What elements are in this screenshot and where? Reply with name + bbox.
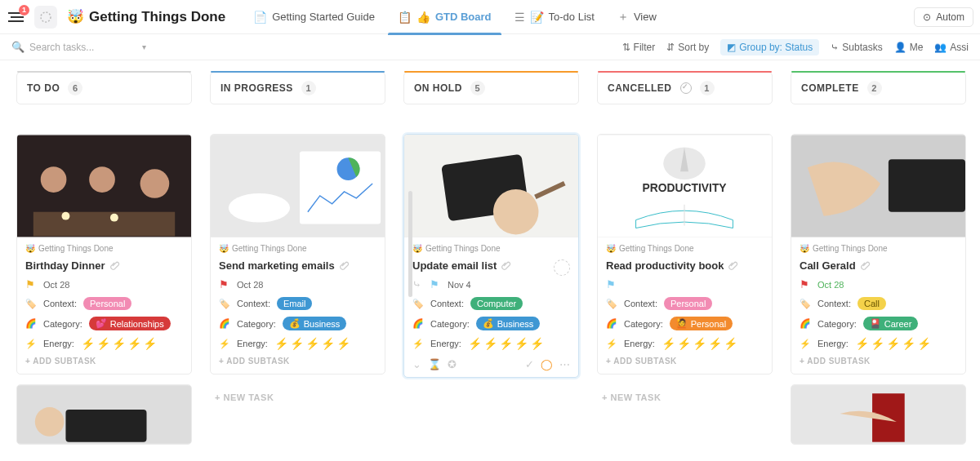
energy-rating: ⚡⚡⚡⚡⚡ [855,337,931,350]
chevron-down-icon[interactable]: ▾ [142,42,146,51]
filter-icon: ⇅ [622,42,630,53]
tag-context[interactable]: Call [858,297,886,310]
doc-icon: 📄 [253,11,267,24]
due-date: Oct 28 [817,280,844,290]
task-card[interactable]: PRODUCTIVITY 🤯Getting Things Done Read p… [597,134,773,375]
column-header[interactable]: CANCELLED 1 [597,72,773,104]
column-cancelled: CANCELLED 1 PRODUCTIVITY 🤯Getting Things… [597,72,773,450]
search-box[interactable]: 🔍 ▾ [11,41,146,53]
due-date: Oct 28 [237,280,263,290]
subtask-count-icon: ⤷ [412,278,421,290]
task-card[interactable]: 🤯Getting Things Done Update email list ⤷… [403,134,579,378]
svg-point-0 [41,12,51,22]
robot-icon: ⊙ [923,11,931,23]
context-icon: 🏷️ [25,299,37,309]
new-task-button[interactable]: + NEW TASK [597,384,773,410]
assignees-button[interactable]: 👥 Assi [934,42,969,53]
svg-point-2 [41,166,67,193]
sort-button[interactable]: ⇵ Sort by [666,42,709,53]
scrollbar[interactable] [408,191,412,297]
tab-add-view[interactable]: ＋ View [608,0,666,34]
card-title: Birthday Dinner [25,259,183,272]
new-task-button[interactable]: + NEW TASK [210,384,385,410]
column-complete: COMPLETE 2 🤯Getting Things Done Call Ger… [791,72,966,450]
status-indicator-icon[interactable]: ◯ [541,358,553,370]
attachment-icon [728,261,738,271]
board-icon: 📋 [398,11,412,24]
menu-button[interactable]: 1 [7,7,28,28]
search-icon: 🔍 [11,41,24,53]
category-icon: 🌈 [800,318,811,329]
tag-category[interactable]: 💰 Business [283,317,347,330]
automations-button[interactable]: ⊙ Autom [914,7,973,27]
svg-rect-9 [65,410,146,442]
sprint-icon[interactable]: ✪ [448,358,457,370]
column-header[interactable]: COMPLETE 2 [791,72,966,104]
tag-category[interactable]: 💰 Business [476,317,541,330]
tag-context[interactable]: Email [277,297,313,310]
person-icon: 👤 [894,42,906,53]
add-subtask-button[interactable]: + ADD SUBTASK [800,357,957,366]
tag-category[interactable]: 💕 Relationships [89,317,171,330]
me-filter-button[interactable]: 👤 Me [894,42,924,53]
column-count: 6 [68,81,82,95]
add-assignee-icon[interactable] [554,259,570,276]
tag-context[interactable]: Personal [83,297,131,310]
subtasks-icon: ⤷ [831,42,839,53]
close-check-icon[interactable]: ✓ [525,358,534,370]
flag-icon[interactable]: ⚑ [219,278,229,290]
task-card[interactable]: 🤯Getting Things Done Call Gerald ⚑ Oct 2… [791,134,966,375]
flag-icon[interactable]: ⚑ [430,278,439,290]
sort-icon: ⇵ [666,42,675,53]
due-date: Oct 28 [43,280,69,290]
tag-icon[interactable]: ⌄ [412,358,421,370]
subtasks-button[interactable]: ⤷ Subtasks [831,42,882,53]
energy-icon: ⚡ [25,339,37,349]
time-icon[interactable]: ⌛ [428,358,441,370]
filter-button[interactable]: ⇅ Filter [622,42,656,53]
plus-icon: ＋ [617,10,629,24]
energy-rating: ⚡⚡⚡⚡⚡ [662,337,737,350]
column-header[interactable]: IN PROGRESS 1 [210,72,385,104]
add-subtask-button[interactable]: + ADD SUBTASK [219,357,376,366]
flag-icon[interactable]: ⚑ [800,278,809,290]
tab-getting-started[interactable]: 📄 Getting Started Guide [243,0,385,34]
search-input[interactable] [29,42,136,53]
add-subtask-button[interactable]: + ADD SUBTASK [606,357,764,366]
column-header[interactable]: ON HOLD 5 [403,72,579,104]
card-image [791,385,965,444]
tag-context[interactable]: Personal [664,297,712,310]
svg-point-12 [229,193,290,223]
svg-text:PRODUCTIVITY: PRODUCTIVITY [642,181,727,194]
task-card[interactable] [16,384,192,445]
energy-icon: ⚡ [606,339,617,349]
list-emoji: 📝 [530,11,544,24]
svg-point-7 [110,214,118,222]
tab-gtd-board[interactable]: 📋 👍 GTD Board [388,0,501,34]
category-icon: 🌈 [412,318,424,329]
column-to-do: TO DO 6 🤯Getting Things Done Birthday Di… [16,72,192,450]
energy-rating: ⚡⚡⚡⚡⚡ [81,337,157,350]
task-card[interactable]: 🤯Getting Things Done Send marketing emai… [210,134,385,375]
workspace-icon[interactable] [34,6,57,29]
group-by-button[interactable]: ◩ Group by: Status [720,39,819,55]
task-card[interactable] [791,384,966,445]
tab-todo-list[interactable]: ☰ 📝 To-do List [505,0,604,34]
card-image [211,135,385,237]
column-header[interactable]: TO DO 6 [16,72,192,104]
group-icon: ◩ [727,42,736,53]
svg-point-4 [140,169,170,198]
task-card[interactable]: 🤯Getting Things Done Birthday Dinner ⚑ O… [16,134,192,375]
column-count: 1 [301,81,316,95]
tag-category[interactable]: 🙋 Personal [670,317,733,330]
add-subtask-button[interactable]: + ADD SUBTASK [25,357,183,366]
closed-status-icon [680,82,692,94]
more-icon[interactable]: ⋯ [559,358,570,370]
flag-icon[interactable]: ⚑ [606,278,616,290]
flag-icon[interactable]: ⚑ [25,278,35,290]
svg-rect-24 [889,159,965,211]
tag-context[interactable]: Computer [470,297,523,310]
attachment-icon [501,261,511,271]
energy-icon: ⚡ [219,339,230,349]
tag-category[interactable]: 🎴 Career [863,317,919,330]
